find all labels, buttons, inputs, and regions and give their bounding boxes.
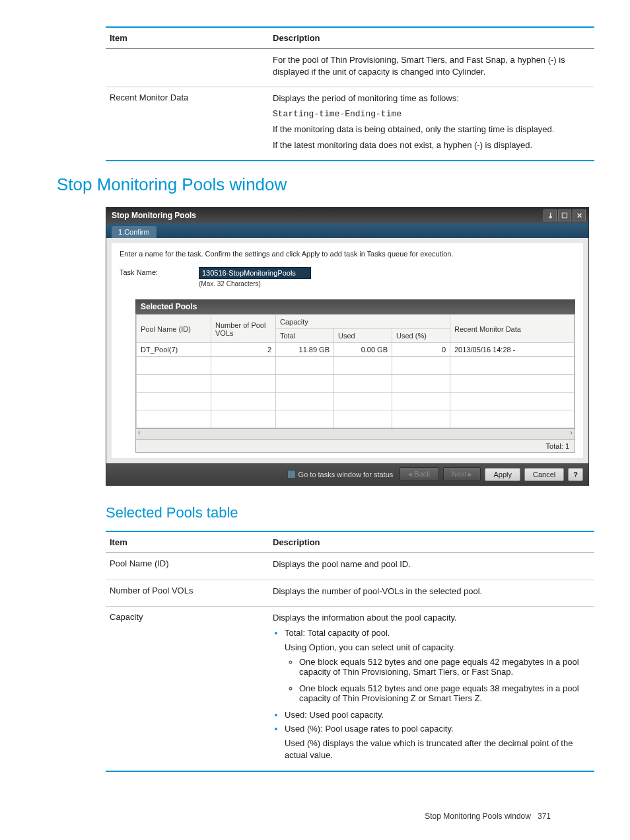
apply-button[interactable]: Apply [485, 468, 520, 481]
task-name-label: Task Name: [120, 267, 186, 276]
dialog-instruction: Enter a name for the task. Confirm the s… [120, 250, 575, 258]
table-row: Pool Name (ID) Displays the pool name an… [106, 553, 594, 580]
stop-monitoring-pools-dialog: Stop Monitoring Pools ⤓ ☐ ✕ 1.Confirm En… [106, 207, 589, 486]
col-num-vols: Number of Pool VOLs [211, 315, 276, 343]
close-icon[interactable]: ✕ [573, 210, 586, 221]
col-pool-name: Pool Name (ID) [137, 315, 211, 343]
cell-total: 11.89 GB [276, 343, 334, 357]
cell-text: For the pool of Thin Provisioning, Smart… [273, 54, 590, 77]
sub-bullet-text: One block equals 512 bytes and one page … [299, 683, 590, 703]
item-description-table-top: Item Description For the pool of Thin Pr… [106, 26, 594, 161]
sub-bullet-text: One block equals 512 bytes and one page … [299, 657, 590, 677]
task-name-row: Task Name: (Max. 32 Characters) [120, 267, 575, 287]
col-desc: Description [269, 531, 594, 553]
help-button[interactable]: ? [568, 468, 583, 481]
task-name-input[interactable] [199, 267, 311, 279]
bullet-text: Used (%) displays the value which is tru… [285, 738, 590, 761]
cell-text: Displays the number of pool-VOLs in the … [273, 586, 590, 597]
selected-pools-header: Selected Pools [135, 299, 575, 314]
col-desc: Description [269, 27, 594, 49]
cancel-button[interactable]: Cancel [524, 468, 564, 481]
col-recent-data: Recent Monitor Data [450, 315, 575, 343]
cell-used: 0.00 GB [334, 343, 392, 357]
table-row: Recent Monitor Data Displays the period … [106, 87, 594, 161]
grid-total: Total: 1 [135, 440, 575, 453]
tab-confirm[interactable]: 1.Confirm [112, 226, 157, 238]
page-footer: Stop Monitoring Pools window 371 [40, 812, 551, 821]
col-capacity: Capacity [276, 315, 450, 329]
cell-text: Displays the pool name and pool ID. [273, 558, 590, 570]
cell-code: Starting-time-Ending-time [273, 108, 590, 120]
col-total: Total [276, 329, 334, 343]
task-name-hint: (Max. 32 Characters) [199, 280, 311, 287]
selected-pools-description-table: Item Description Pool Name (ID) Displays… [106, 531, 594, 771]
table-row: Capacity Displays the information about … [106, 607, 594, 771]
bullet-text: Used: Used pool capacity. [285, 710, 590, 720]
table-row [137, 393, 575, 410]
col-item: Item [106, 27, 269, 49]
cell-item: Capacity [106, 607, 269, 771]
horizontal-scrollbar[interactable] [135, 429, 575, 440]
go-to-tasks-checkbox[interactable]: Go to tasks window for status [287, 470, 394, 478]
maximize-icon[interactable]: ☐ [558, 210, 571, 221]
bullet-text: Total: Total capacity of pool. [285, 628, 390, 638]
table-row [137, 375, 575, 393]
cell-item: Pool Name (ID) [106, 553, 269, 580]
selected-pools-grid: Pool Name (ID) Number of Pool VOLs Capac… [135, 314, 575, 429]
table-row: For the pool of Thin Provisioning, Smart… [106, 49, 594, 87]
bullet-text: Used (%): Pool usage rates to pool capac… [285, 724, 454, 734]
col-used: Used [334, 329, 392, 343]
cell-num: 2 [211, 343, 276, 357]
table-row: Number of Pool VOLs Displays the number … [106, 580, 594, 607]
table-row[interactable]: DT_Pool(7) 2 11.89 GB 0.00 GB 0 2013/05/… [137, 343, 575, 357]
cell-text: Displays the information about the pool … [273, 612, 590, 624]
table-row [137, 410, 575, 428]
section-heading: Stop Monitoring Pools window [57, 174, 590, 195]
cell-text: If the latest monitoring data does not e… [273, 139, 590, 151]
collapse-icon[interactable]: ⤓ [543, 210, 557, 221]
col-used-pct: Used (%) [392, 329, 450, 343]
cell-text: Displays the period of monitoring time a… [273, 93, 590, 104]
cell-recent: 2013/05/16 14:28 - [450, 343, 575, 357]
next-button[interactable]: Next ▸ [443, 467, 481, 481]
cell-text: If the monitoring data is being obtained… [273, 124, 590, 135]
bullet-text: Using Option, you can select unit of cap… [285, 642, 590, 654]
cell-usedpct: 0 [392, 343, 450, 357]
cell-item: Recent Monitor Data [106, 87, 269, 161]
cell-pool: DT_Pool(7) [137, 343, 211, 357]
cell-item: Number of Pool VOLs [106, 580, 269, 607]
dialog-title: Stop Monitoring Pools [112, 211, 196, 220]
back-button[interactable]: ◂ Back [400, 467, 439, 481]
subsection-heading: Selected Pools table [106, 504, 590, 521]
table-row [137, 357, 575, 375]
checkbox-icon[interactable] [287, 470, 296, 478]
col-item: Item [106, 531, 269, 553]
dialog-footer: Go to tasks window for status ◂ Back Nex… [106, 463, 588, 485]
dialog-tabbar: 1.Confirm [106, 223, 588, 238]
dialog-titlebar: Stop Monitoring Pools ⤓ ☐ ✕ [106, 208, 588, 223]
